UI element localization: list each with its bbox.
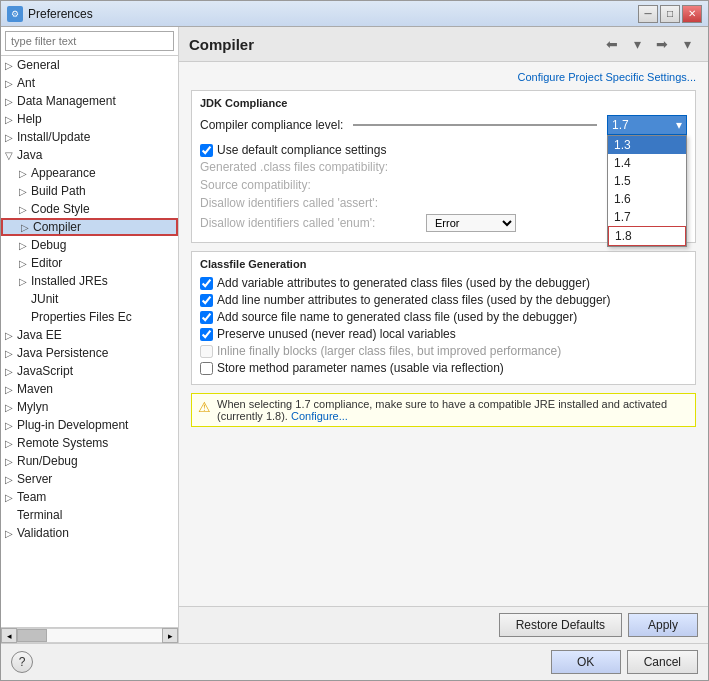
use-default-checkbox[interactable] [200,144,213,157]
scroll-left-btn[interactable]: ◂ [1,628,17,643]
arrow-icon: ▷ [21,222,33,233]
version-option-1-3[interactable]: 1.3 [608,136,686,154]
scrollbar-track[interactable] [17,628,162,643]
forward-button[interactable]: ➡ [651,33,673,55]
filter-input[interactable] [5,31,174,51]
arrow-icon: ▷ [5,438,17,449]
configure-link[interactable]: Configure... [291,410,348,422]
sidebar-item-installed-jres[interactable]: ▷ Installed JREs [1,272,178,290]
sidebar-item-label: Remote Systems [17,436,174,450]
sidebar-item-compiler[interactable]: ▷ Compiler [1,218,178,236]
cb4-checkbox[interactable] [200,328,213,341]
cb1-checkbox[interactable] [200,277,213,290]
arrow-icon: ▷ [5,420,17,431]
scroll-right-btn[interactable]: ▸ [162,628,178,643]
preferences-window: ⚙ Preferences ─ □ ✕ ▷ General ▷ Ant [0,0,709,681]
sidebar-item-code-style[interactable]: ▷ Code Style [1,200,178,218]
generated-label: Generated .class files compatibility: [200,160,420,174]
cb5-label: Inline finally blocks (larger class file… [217,344,561,358]
scrollbar-thumb[interactable] [17,629,47,642]
arrow-icon: ▷ [5,384,17,395]
main-header: Compiler ⬅ ▾ ➡ ▾ [179,27,708,62]
sidebar-item-javascript[interactable]: ▷ JavaScript [1,362,178,380]
sidebar-item-appearance[interactable]: ▷ Appearance [1,164,178,182]
enum-label: Disallow identifiers called 'enum': [200,216,420,230]
restore-defaults-button[interactable]: Restore Defaults [499,613,622,637]
forward-dropdown-button[interactable]: ▾ [676,33,698,55]
sidebar-item-label: Java EE [17,328,174,342]
sidebar-item-mylyn[interactable]: ▷ Mylyn [1,398,178,416]
arrow-icon: ▷ [5,528,17,539]
arrow-icon: ▷ [5,492,17,503]
sidebar-item-label: Run/Debug [17,454,174,468]
compliance-label: Compiler compliance level: [200,118,343,132]
back-button[interactable]: ⬅ [601,33,623,55]
filter-box [1,27,178,56]
window-title: Preferences [28,7,93,21]
sidebar-item-java-ee[interactable]: ▷ Java EE [1,326,178,344]
header-icons: ⬅ ▾ ➡ ▾ [601,33,698,55]
sidebar-item-label: General [17,58,174,72]
sidebar-item-maven[interactable]: ▷ Maven [1,380,178,398]
dropdown-arrow-button[interactable]: ▾ [626,33,648,55]
sidebar-item-label: Mylyn [17,400,174,414]
sidebar-item-label: Properties Files Ec [31,310,174,324]
cancel-button[interactable]: Cancel [627,650,698,674]
sidebar-item-build-path[interactable]: ▷ Build Path [1,182,178,200]
sidebar-item-validation[interactable]: ▷ Validation [1,524,178,542]
sidebar-item-label: JUnit [31,292,174,306]
sidebar-item-label: Terminal [17,508,174,522]
sidebar-item-label: Appearance [31,166,174,180]
arrow-icon: ▷ [19,186,31,197]
arrow-icon: ▷ [5,456,17,467]
compliance-dropdown-list[interactable]: 1.3 1.4 1.5 1.6 1.7 1.8 [607,135,687,247]
cb2-checkbox[interactable] [200,294,213,307]
cb3-checkbox[interactable] [200,311,213,324]
cb5-checkbox[interactable] [200,345,213,358]
apply-button[interactable]: Apply [628,613,698,637]
config-link-container: Configure Project Specific Settings... [191,70,696,84]
maximize-button[interactable]: □ [660,5,680,23]
sidebar-item-label: Java Persistence [17,346,174,360]
sidebar-item-junit[interactable]: JUnit [1,290,178,308]
classfile-section-title: Classfile Generation [200,258,687,270]
version-option-1-7[interactable]: 1.7 [608,208,686,226]
version-option-1-4[interactable]: 1.4 [608,154,686,172]
minimize-button[interactable]: ─ [638,5,658,23]
sidebar-item-java[interactable]: ▽ Java [1,146,178,164]
sidebar-item-general[interactable]: ▷ General [1,56,178,74]
sidebar-item-run-debug[interactable]: ▷ Run/Debug [1,452,178,470]
sidebar-item-install-update[interactable]: ▷ Install/Update [1,128,178,146]
sidebar-item-team[interactable]: ▷ Team [1,488,178,506]
sidebar-item-debug[interactable]: ▷ Debug [1,236,178,254]
ok-button[interactable]: OK [551,650,621,674]
version-option-1-8[interactable]: 1.8 [608,226,686,246]
sidebar-item-label: Code Style [31,202,174,216]
sidebar-item-label: Java [17,148,174,162]
cb1-label: Add variable attributes to generated cla… [217,276,590,290]
sidebar-item-plugin-development[interactable]: ▷ Plug-in Development [1,416,178,434]
cb6-checkbox[interactable] [200,362,213,375]
sidebar-item-editor[interactable]: ▷ Editor [1,254,178,272]
sidebar-item-ant[interactable]: ▷ Ant [1,74,178,92]
version-option-1-5[interactable]: 1.5 [608,172,686,190]
sidebar-item-data-management[interactable]: ▷ Data Management [1,92,178,110]
sidebar-item-server[interactable]: ▷ Server [1,470,178,488]
sidebar-item-remote-systems[interactable]: ▷ Remote Systems [1,434,178,452]
sidebar-item-java-persistence[interactable]: ▷ Java Persistence [1,344,178,362]
help-button[interactable]: ? [11,651,33,673]
configure-project-link[interactable]: Configure Project Specific Settings... [517,71,696,83]
close-button[interactable]: ✕ [682,5,702,23]
cb2-label: Add line number attributes to generated … [217,293,611,307]
enum-select[interactable]: Error Warning Ignore [426,214,516,232]
sidebar-item-help[interactable]: ▷ Help [1,110,178,128]
version-option-1-6[interactable]: 1.6 [608,190,686,208]
jdk-section-title: JDK Compliance [200,97,687,109]
slider-line [353,124,597,126]
sidebar-item-properties-files[interactable]: Properties Files Ec [1,308,178,326]
classfile-section: Classfile Generation Add variable attrib… [191,251,696,385]
sidebar-item-terminal[interactable]: Terminal [1,506,178,524]
compliance-dropdown-button[interactable]: 1.7 ▾ [607,115,687,135]
cb1-row: Add variable attributes to generated cla… [200,276,687,290]
cb4-row: Preserve unused (never read) local varia… [200,327,687,341]
